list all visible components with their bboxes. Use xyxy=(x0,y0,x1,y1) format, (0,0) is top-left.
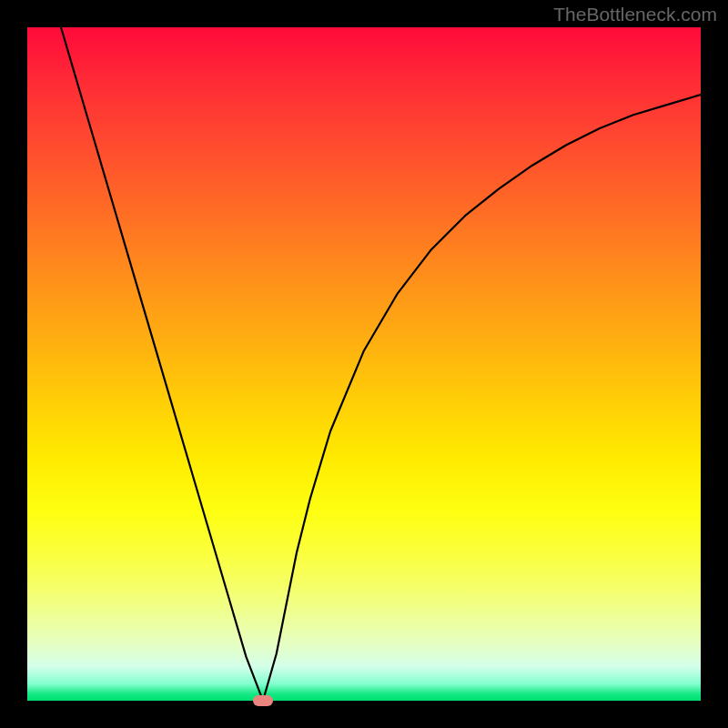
watermark-text: TheBottleneck.com xyxy=(553,4,717,25)
plot-area xyxy=(27,27,701,701)
bottleneck-curve xyxy=(27,27,701,701)
optimal-marker xyxy=(253,695,273,706)
